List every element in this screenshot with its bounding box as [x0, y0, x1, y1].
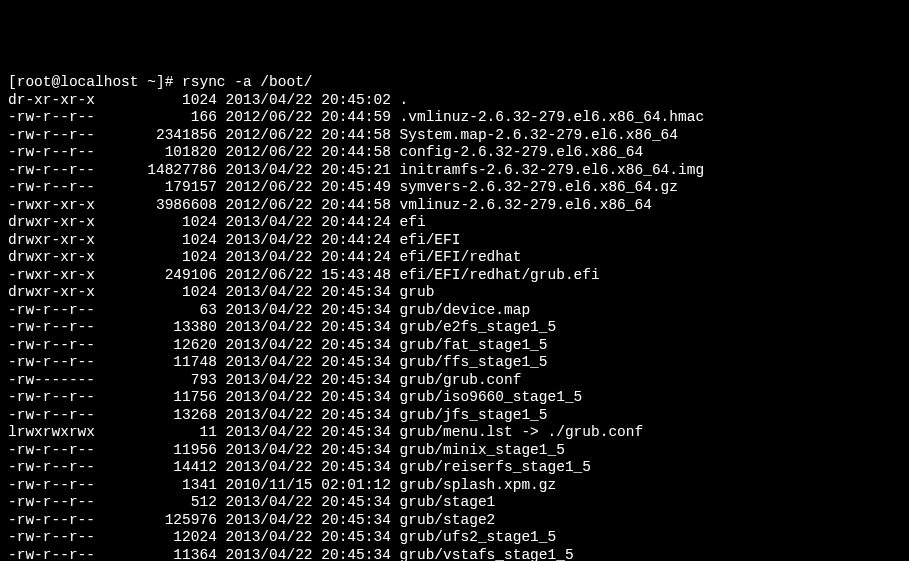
listing-row: -rw-r--r-- 166 2012/06/22 20:44:59 .vmli…	[8, 109, 901, 127]
terminal-output[interactable]: [root@localhost ~]# rsync -a /boot/dr-xr…	[8, 74, 901, 561]
listing-row: drwxr-xr-x 1024 2013/04/22 20:45:34 grub	[8, 284, 901, 302]
listing-row: -rw-r--r-- 11756 2013/04/22 20:45:34 gru…	[8, 389, 901, 407]
listing-row: -rw-r--r-- 2341856 2012/06/22 20:44:58 S…	[8, 127, 901, 145]
listing-row: -rw------- 793 2013/04/22 20:45:34 grub/…	[8, 372, 901, 390]
listing-row: lrwxrwxrwx 11 2013/04/22 20:45:34 grub/m…	[8, 424, 901, 442]
listing-row: -rw-r--r-- 11956 2013/04/22 20:45:34 gru…	[8, 442, 901, 460]
listing-row: -rw-r--r-- 12024 2013/04/22 20:45:34 gru…	[8, 529, 901, 547]
listing-row: -rw-r--r-- 101820 2012/06/22 20:44:58 co…	[8, 144, 901, 162]
listing-row: -rw-r--r-- 11364 2013/04/22 20:45:34 gru…	[8, 547, 901, 562]
listing-row: drwxr-xr-x 1024 2013/04/22 20:44:24 efi/…	[8, 232, 901, 250]
listing-row: -rw-r--r-- 13268 2013/04/22 20:45:34 gru…	[8, 407, 901, 425]
listing-row: -rw-r--r-- 63 2013/04/22 20:45:34 grub/d…	[8, 302, 901, 320]
listing-row: drwxr-xr-x 1024 2013/04/22 20:44:24 efi	[8, 214, 901, 232]
listing-row: drwxr-xr-x 1024 2013/04/22 20:44:24 efi/…	[8, 249, 901, 267]
command-line: [root@localhost ~]# rsync -a /boot/	[8, 74, 901, 92]
listing-row: -rw-r--r-- 13380 2013/04/22 20:45:34 gru…	[8, 319, 901, 337]
listing-row: -rw-r--r-- 179157 2012/06/22 20:45:49 sy…	[8, 179, 901, 197]
listing-row: -rw-r--r-- 1341 2010/11/15 02:01:12 grub…	[8, 477, 901, 495]
listing-row: -rwxr-xr-x 3986608 2012/06/22 20:44:58 v…	[8, 197, 901, 215]
listing-row: -rw-r--r-- 14827786 2013/04/22 20:45:21 …	[8, 162, 901, 180]
listing-row: -rw-r--r-- 12620 2013/04/22 20:45:34 gru…	[8, 337, 901, 355]
listing-row: -rw-r--r-- 125976 2013/04/22 20:45:34 gr…	[8, 512, 901, 530]
listing-row: -rw-r--r-- 512 2013/04/22 20:45:34 grub/…	[8, 494, 901, 512]
listing-row: -rw-r--r-- 14412 2013/04/22 20:45:34 gru…	[8, 459, 901, 477]
listing-row: -rwxr-xr-x 249106 2012/06/22 15:43:48 ef…	[8, 267, 901, 285]
listing-row: -rw-r--r-- 11748 2013/04/22 20:45:34 gru…	[8, 354, 901, 372]
listing-row: dr-xr-xr-x 1024 2013/04/22 20:45:02 .	[8, 92, 901, 110]
